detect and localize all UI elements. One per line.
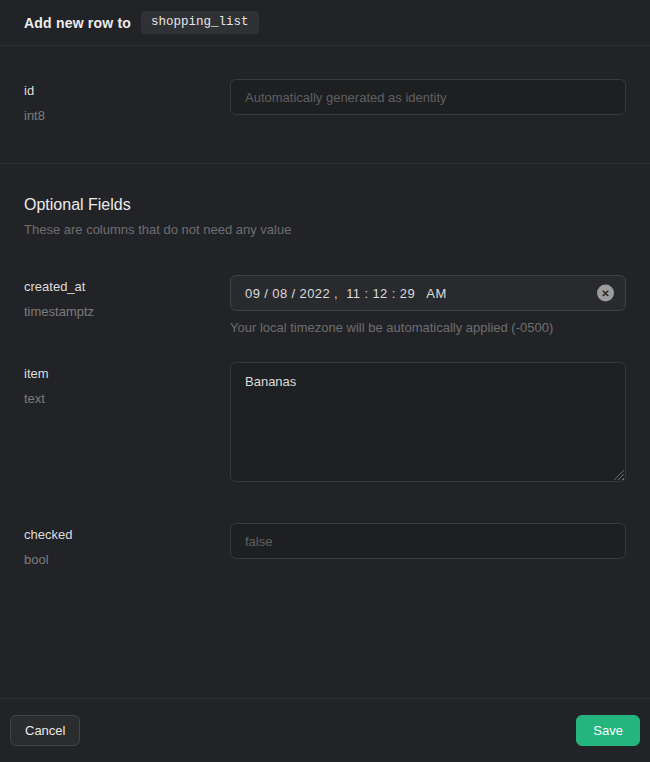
dialog-footer: Cancel Save <box>0 698 650 762</box>
field-labels-item: item text <box>24 362 230 482</box>
field-name-id: id <box>24 83 230 98</box>
clear-icon[interactable]: ✕ <box>597 285 614 302</box>
timezone-hint: Your local timezone will be automaticall… <box>230 320 626 335</box>
created-at-input-wrap: ✕ <box>230 275 626 311</box>
dialog-header: Add new row to shopping_list <box>0 0 650 46</box>
field-labels-checked: checked bool <box>24 523 230 567</box>
created-at-input-group: ✕ Your local timezone will be automatica… <box>230 275 626 335</box>
field-type-item: text <box>24 391 230 406</box>
field-name-checked: checked <box>24 527 230 542</box>
save-button[interactable]: Save <box>576 715 640 747</box>
field-type-id: int8 <box>24 108 230 123</box>
id-input-wrap <box>230 79 626 123</box>
field-type-created-at: timestamptz <box>24 304 230 319</box>
checked-input-wrap <box>230 523 626 567</box>
field-name-item: item <box>24 366 230 381</box>
field-row-created-at: created_at timestamptz ✕ Your local time… <box>24 275 626 335</box>
optional-fields-heading: Optional Fields <box>24 196 626 214</box>
field-labels-id: id int8 <box>24 79 230 123</box>
field-name-created-at: created_at <box>24 279 230 294</box>
cancel-button[interactable]: Cancel <box>10 715 80 747</box>
dialog-title: Add new row to <box>24 15 131 31</box>
optional-fields-subheading: These are columns that do not need any v… <box>24 222 626 237</box>
item-textarea[interactable]: Bananas <box>230 362 626 482</box>
required-fields-section: id int8 <box>0 46 650 164</box>
field-row-item: item text Bananas <box>24 362 626 482</box>
field-labels-created-at: created_at timestamptz <box>24 275 230 335</box>
id-input[interactable] <box>230 79 626 115</box>
optional-fields-section: Optional Fields These are columns that d… <box>0 164 650 698</box>
field-row-checked: checked bool <box>24 523 626 567</box>
checked-input[interactable] <box>230 523 626 559</box>
table-name-badge: shopping_list <box>141 11 259 34</box>
field-row-id: id int8 <box>24 79 626 123</box>
item-textarea-wrap: Bananas <box>230 362 626 482</box>
created-at-datetime-input[interactable] <box>230 275 626 311</box>
field-type-checked: bool <box>24 552 230 567</box>
